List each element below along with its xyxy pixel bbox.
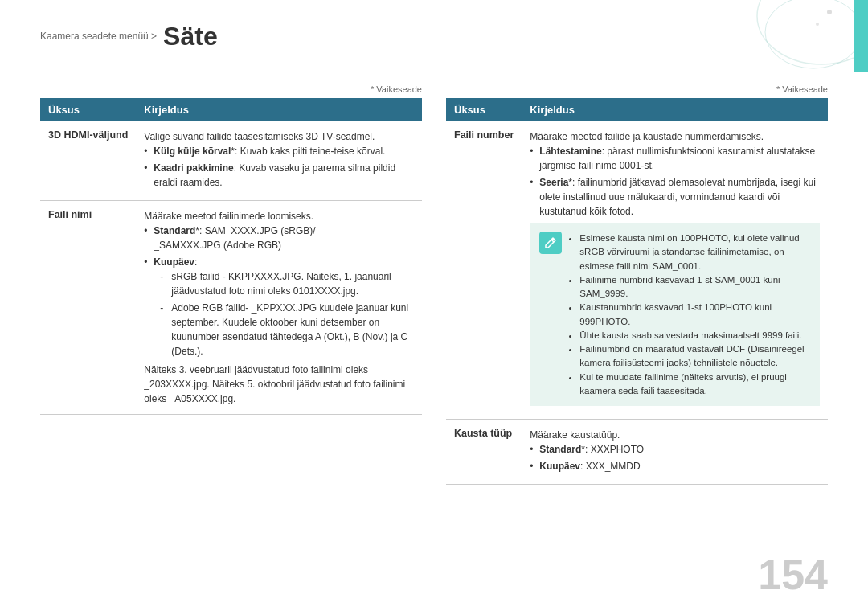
right-column: * Vaikeseade Üksus Kirjeldus Faili numbe… — [446, 84, 828, 599]
note-item: Ühte kausta saab salvestada maksimaalsel… — [579, 329, 810, 342]
table-row: Faili nimi Määrake meetod failinimede lo… — [40, 201, 422, 415]
desc-intro: Valige suvand failide taasesitamiseks 3D… — [144, 131, 375, 142]
dash-list: sRGB failid - KKPPXXXX.JPG. Näiteks, 1. … — [160, 269, 414, 359]
note-item: Kui te muudate failinime (näiteks arvuti… — [579, 371, 810, 399]
left-col1-header: Üksus — [40, 98, 136, 121]
desc-cell: Määrake meetod failinimede loomiseks. St… — [136, 201, 422, 415]
note-item: Esimese kausta nimi on 100PHOTO, kui ole… — [579, 232, 810, 273]
unit-cell: Faili nimi — [40, 201, 136, 415]
desc-cell: Määrake kaustatüüp. Standard*: XXXPHOTO … — [522, 420, 828, 485]
list-item: Standard*: XXXPHOTO — [530, 442, 820, 457]
page-number: 154 — [758, 551, 828, 599]
left-column: * Vaikeseade Üksus Kirjeldus 3D HDMI-väl… — [40, 84, 422, 599]
unit-cell: Faili number — [446, 121, 522, 420]
svg-point-2 — [827, 10, 832, 14]
teal-accent-bar — [854, 0, 868, 72]
left-vaikeseade: * Vaikeseade — [40, 84, 422, 94]
note-box: Esimese kausta nimi on 100PHOTO, kui ole… — [530, 223, 820, 406]
desc-list: Standard*: XXXPHOTO Kuupäev: XXX_MMDD — [530, 442, 820, 474]
unit-cell: Kausta tüüp — [446, 420, 522, 485]
breadcrumb: Kaamera seadete menüü > — [40, 31, 157, 42]
svg-point-3 — [816, 23, 819, 26]
desc-intro: Määrake meetod failinimede loomiseks. — [144, 211, 313, 222]
page-title: Säte — [163, 22, 218, 51]
desc-list: Külg külje kõrval*: Kuvab kaks pilti tei… — [144, 144, 414, 190]
table-row: 3D HDMI-väljund Valige suvand failide ta… — [40, 121, 422, 201]
list-item: Külg külje kõrval*: Kuvab kaks pilti tei… — [144, 144, 414, 158]
desc-list: Lähtestamine: pärast nullimisfunktsiooni… — [530, 144, 820, 219]
left-col2-header: Kirjeldus — [136, 98, 422, 121]
list-item: Lähtestamine: pärast nullimisfunktsiooni… — [530, 144, 820, 173]
list-item: Kuupäev: XXX_MMDD — [530, 459, 820, 474]
main-content: * Vaikeseade Üksus Kirjeldus 3D HDMI-väl… — [0, 72, 868, 615]
svg-point-1 — [765, 0, 854, 68]
note-content: Esimese kausta nimi on 100PHOTO, kui ole… — [568, 232, 810, 398]
right-col1-header: Üksus — [446, 98, 522, 121]
right-table: Üksus Kirjeldus Faili number Määrake mee… — [446, 98, 828, 485]
list-item: Kuupäev: sRGB failid - KKPPXXXX.JPG. Näi… — [144, 255, 414, 359]
desc-list: Standard*: SAM_XXXX.JPG (sRGB)/_SAMXXX.J… — [144, 223, 414, 359]
desc-intro: Määrake kaustatüüp. — [530, 429, 620, 441]
desc-cell: Määrake meetod failide ja kaustade numme… — [522, 121, 828, 420]
note-item: Kaustanumbrid kasvavad 1-st 100PHOTO kun… — [579, 301, 810, 329]
note-item: Failinime numbrid kasvavad 1-st SAM_0001… — [579, 273, 810, 301]
desc-intro: Määrake meetod failide ja kaustade numme… — [530, 131, 764, 142]
table-row: Faili number Määrake meetod failide ja k… — [446, 121, 828, 420]
table-row: Kausta tüüp Määrake kaustatüüp. Standard… — [446, 420, 828, 485]
pen-icon — [539, 232, 562, 254]
list-item: Kaadri pakkimine: Kuvab vasaku ja parema… — [144, 161, 414, 190]
desc-extra: Näiteks 3. veebruaril jäädvustatud foto … — [144, 363, 414, 406]
note-item: Failinumbrid on määratud vastavalt DCF (… — [579, 342, 810, 371]
right-vaikeseade: * Vaikeseade — [446, 84, 828, 94]
left-table-header-row: Üksus Kirjeldus — [40, 98, 422, 121]
dash-item: sRGB failid - KKPPXXXX.JPG. Näiteks, 1. … — [160, 269, 414, 298]
dash-item: Adobe RGB failid- _KPPXXX.JPG kuudele ja… — [160, 301, 414, 359]
unit-cell: 3D HDMI-väljund — [40, 121, 136, 201]
list-item: Seeria*: failinumbrid jätkavad olemasole… — [530, 175, 820, 219]
svg-point-0 — [757, 0, 854, 64]
right-col2-header: Kirjeldus — [522, 98, 828, 121]
list-item: Standard*: SAM_XXXX.JPG (sRGB)/_SAMXXX.J… — [144, 223, 414, 252]
right-table-header-row: Üksus Kirjeldus — [446, 98, 828, 121]
swirl-decoration — [693, 0, 854, 72]
desc-cell: Valige suvand failide taasesitamiseks 3D… — [136, 121, 422, 201]
left-table: Üksus Kirjeldus 3D HDMI-väljund Valige s… — [40, 98, 422, 415]
